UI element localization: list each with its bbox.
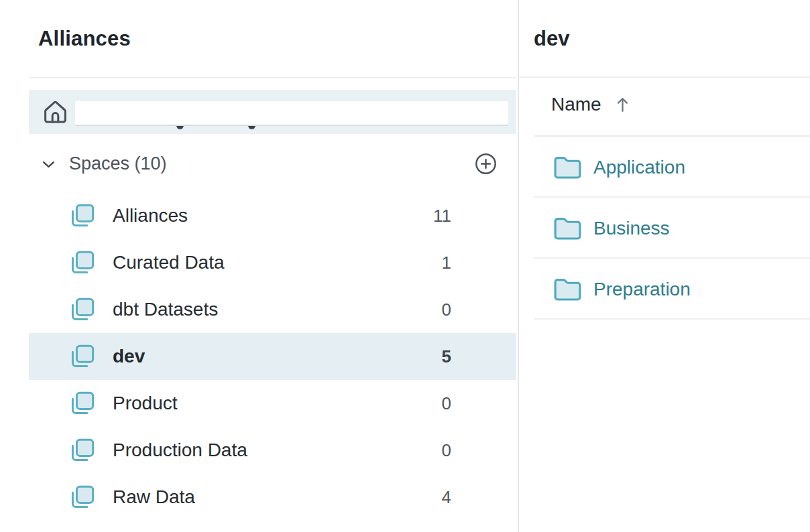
main-panel: dev Name Application Business bbox=[519, 0, 810, 532]
space-item-count: 4 bbox=[442, 487, 451, 508]
space-icon bbox=[67, 201, 97, 231]
space-item-label: Alliances bbox=[113, 205, 188, 226]
spaces-section-header[interactable]: Spaces (10) bbox=[29, 149, 516, 180]
space-list-item[interactable]: Production Data 0 bbox=[29, 427, 516, 474]
home-icon bbox=[41, 97, 70, 127]
folder-link[interactable]: Preparation bbox=[593, 279, 691, 300]
space-icon bbox=[67, 295, 97, 325]
name-column-label: Name bbox=[551, 94, 601, 115]
space-item-count: 0 bbox=[442, 393, 451, 414]
space-icon bbox=[67, 389, 97, 419]
space-item-label: dbt Datasets bbox=[113, 299, 218, 320]
spaces-section-label: Spaces (10) bbox=[69, 153, 167, 174]
space-list-item[interactable]: Product 0 bbox=[29, 380, 516, 427]
space-item-label: dev bbox=[113, 346, 145, 367]
space-item-count: 5 bbox=[442, 346, 451, 367]
space-item-label: Production Data bbox=[113, 440, 247, 461]
space-list-item[interactable]: dbt Datasets 0 bbox=[29, 286, 516, 333]
space-list-item[interactable]: Alliances 11 bbox=[29, 192, 516, 239]
space-list-item[interactable]: Raw Data 4 bbox=[29, 474, 516, 521]
space-icon bbox=[67, 342, 97, 372]
name-column-header[interactable]: Name bbox=[551, 89, 632, 120]
space-item-count: 1 bbox=[442, 253, 451, 273]
space-icon bbox=[67, 482, 97, 513]
space-list-item[interactable]: Curated Data 1 bbox=[29, 239, 516, 286]
space-item-count: 0 bbox=[442, 300, 451, 320]
table-row[interactable]: Application bbox=[534, 137, 810, 198]
space-item-label: Curated Data bbox=[113, 252, 225, 273]
space-icon bbox=[67, 436, 97, 466]
space-item-label: Product bbox=[113, 393, 178, 414]
sidebar-title: Alliances bbox=[38, 27, 131, 51]
table-row[interactable]: Business bbox=[534, 198, 810, 259]
folder-table: Application Business Preparation bbox=[534, 137, 810, 320]
page-title: dev bbox=[534, 27, 569, 51]
folder-link[interactable]: Business bbox=[593, 218, 670, 239]
sidebar: Alliances Spaces (10) bbox=[0, 0, 518, 532]
app-window: Alliances Spaces (10) bbox=[0, 0, 810, 532]
space-item-label: Raw Data bbox=[113, 486, 195, 508]
table-row[interactable]: Preparation bbox=[534, 259, 810, 320]
add-space-button[interactable] bbox=[473, 151, 498, 176]
redacted-home-label bbox=[75, 101, 508, 126]
spaces-list: Alliances 11 Curated Data 1 dbt Datasets… bbox=[29, 192, 516, 521]
divider bbox=[29, 77, 516, 78]
folder-link[interactable]: Application bbox=[593, 157, 685, 178]
folder-icon bbox=[552, 153, 583, 181]
space-icon bbox=[67, 248, 97, 278]
chevron-down-icon[interactable] bbox=[40, 155, 58, 174]
divider bbox=[519, 76, 810, 78]
space-list-item[interactable]: dev 5 bbox=[29, 333, 516, 380]
sort-arrow-up-icon bbox=[614, 94, 632, 115]
space-item-count: 11 bbox=[433, 206, 451, 226]
folder-icon bbox=[552, 275, 583, 303]
folder-icon bbox=[552, 214, 583, 242]
space-item-count: 0 bbox=[442, 440, 451, 461]
home-row[interactable] bbox=[29, 90, 516, 134]
